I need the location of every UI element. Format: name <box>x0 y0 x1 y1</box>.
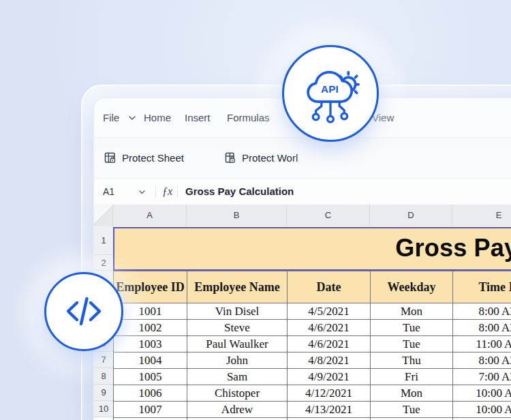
table-row-cell[interactable]: John <box>187 352 288 369</box>
code-badge-circle <box>44 272 123 351</box>
table-row-cell[interactable]: 8:00 AM <box>452 303 511 320</box>
table-row-cell[interactable]: 4/6/2021 <box>287 319 371 336</box>
table-row-cell[interactable]: 1005 <box>113 368 187 385</box>
table-row-cell[interactable]: 4/12/2021 <box>287 385 371 402</box>
row-header-7[interactable]: 7 <box>94 352 113 368</box>
table-row-cell[interactable]: 1002 <box>113 319 187 336</box>
table-header-cell[interactable]: Date <box>287 271 371 303</box>
table-header-cell[interactable]: Weekday <box>370 271 453 303</box>
table-row-cell[interactable]: 4/13/2021 <box>287 401 371 418</box>
table-row-cell[interactable]: Tue <box>370 335 453 352</box>
table-row-partial-cell[interactable] <box>113 417 187 420</box>
table-row-partial-cell[interactable] <box>287 417 371 420</box>
table-header-cell[interactable]: Time In <box>452 271 511 303</box>
table-row-cell[interactable]: Tue <box>370 401 453 418</box>
table-row-cell[interactable]: 4/5/2021 <box>287 303 371 320</box>
row-header-2[interactable]: 2 <box>94 255 113 271</box>
table-row-cell[interactable]: Sam <box>187 368 288 385</box>
table-header-cell[interactable]: Employee ID <box>113 271 187 303</box>
table-row-cell[interactable]: 1007 <box>113 401 187 418</box>
code-brackets-icon <box>61 290 106 333</box>
table-row-cell[interactable]: Mon <box>370 385 453 402</box>
table-row-cell[interactable]: 8:00 AM <box>452 319 511 336</box>
table-row-cell[interactable]: Tue <box>370 319 453 336</box>
table-row-cell[interactable]: 11:00 AM <box>452 335 511 352</box>
row-header-9[interactable]: 9 <box>94 385 113 401</box>
table-row-partial-cell[interactable] <box>452 417 511 420</box>
table-row-cell[interactable]: Fri <box>370 368 453 385</box>
table-row-cell[interactable]: 4/9/2021 <box>287 368 371 385</box>
sheet-title-text: Gross Pay Calculation <box>114 228 511 268</box>
row-header-1[interactable]: 1 <box>94 226 113 255</box>
page-background: { "page": { "accent_blue": "#1A5CE5", "b… <box>0 0 511 420</box>
row-header-8[interactable]: 8 <box>94 368 113 385</box>
table-row-cell[interactable]: 1006 <box>113 385 187 402</box>
merged-title-cell[interactable]: Gross Pay Calculation <box>113 227 511 271</box>
table-row-cell[interactable]: 10:00 AM <box>452 385 511 402</box>
table-row-cell[interactable]: Vin Disel <box>187 303 288 320</box>
table-row-cell[interactable]: 8:00 AM <box>452 352 511 369</box>
api-cloud-gear-icon: API <box>301 62 360 125</box>
table-row-cell[interactable]: 4/6/2021 <box>287 335 371 352</box>
spreadsheet-app-window: File Home Insert Formulas View Protect S… <box>93 97 511 420</box>
table-row-cell[interactable]: Steve <box>187 319 288 336</box>
table-row-cell[interactable]: 1003 <box>113 335 187 352</box>
table-row-cell[interactable]: 10:00 AM <box>452 401 511 418</box>
table-row-cell[interactable]: 1001 <box>113 303 187 320</box>
table-row-cell[interactable]: Chistoper <box>187 385 288 402</box>
table-row-cell[interactable]: 4/8/2021 <box>287 352 371 369</box>
table-row-cell[interactable]: 1004 <box>113 352 187 369</box>
table-row-partial-cell[interactable] <box>370 417 453 420</box>
table-row-partial-cell[interactable] <box>187 417 288 420</box>
table-header-cell[interactable]: Employee Name <box>187 271 288 303</box>
row-header-10[interactable]: 10 <box>94 401 113 417</box>
sheet-grid: 12345678910 Gross Pay Calculation Employ… <box>94 98 511 420</box>
api-icon-label: API <box>321 83 339 95</box>
table-row-cell[interactable]: 7:00 AM <box>452 368 511 385</box>
table-row-cell[interactable]: Thu <box>370 352 453 369</box>
table-row-cell[interactable]: Adrew <box>187 401 288 418</box>
table-row-cell[interactable]: Mon <box>370 303 453 320</box>
table-row-cell[interactable]: Paul Waulker <box>187 335 288 352</box>
api-badge-circle: API <box>282 45 379 142</box>
